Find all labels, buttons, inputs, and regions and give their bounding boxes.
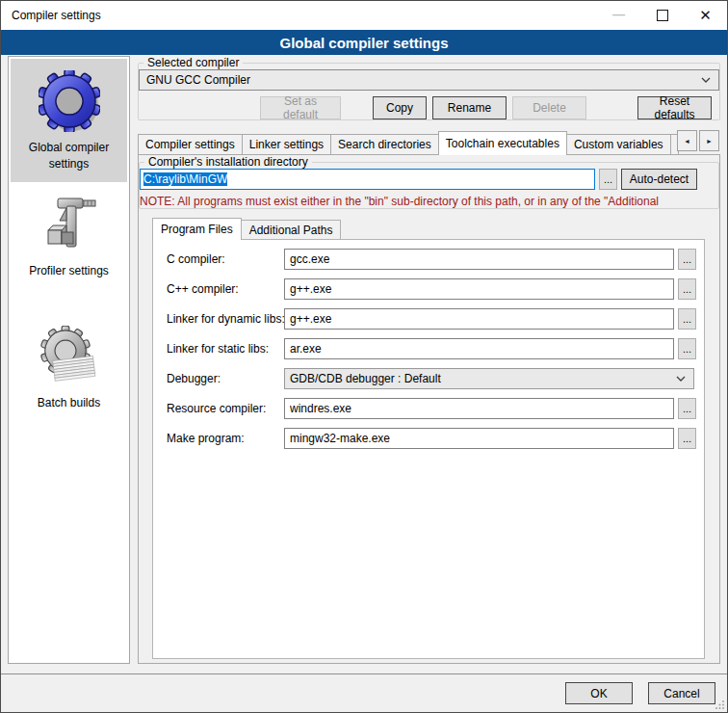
- c-compiler-browse-button[interactable]: ...: [678, 249, 696, 270]
- debugger-select[interactable]: GDB/CDB debugger : Default: [284, 368, 694, 389]
- field-row-dynamic-linker: Linker for dynamic libs: ...: [167, 308, 696, 330]
- arrow-left-icon: ◄: [684, 138, 690, 145]
- tab-scroll-left-button[interactable]: ◄: [677, 130, 697, 151]
- page-title: Global compiler settings: [1, 30, 727, 55]
- field-row-debugger: Debugger: GDB/CDB debugger : Default: [167, 368, 696, 389]
- rename-button[interactable]: Rename: [432, 96, 507, 119]
- sidebar-item-batch-builds[interactable]: Batch builds: [11, 314, 127, 421]
- dynamic-linker-input[interactable]: [284, 308, 674, 330]
- cpp-compiler-input[interactable]: [284, 278, 674, 300]
- copy-button[interactable]: Copy: [373, 96, 427, 119]
- minimize-icon: —: [612, 7, 625, 21]
- field-row-resource-compiler: Resource compiler: ...: [167, 398, 696, 419]
- field-row-c-compiler: C compiler: ...: [167, 249, 696, 270]
- sidebar-item-label: Batch builds: [13, 395, 125, 411]
- caption-buttons: — ✕: [597, 1, 727, 30]
- tab-custom-variables[interactable]: Custom variables: [566, 134, 671, 154]
- caliper-icon: [39, 194, 100, 255]
- installation-directory-row: C:\raylib\MinGW ... Auto-detect: [140, 169, 718, 190]
- chevron-down-icon: [701, 77, 711, 83]
- tab-scroll-buttons: ◄ ►: [677, 130, 719, 151]
- sidebar-item-label: Profiler settings: [13, 263, 125, 279]
- compiler-select[interactable]: GNU GCC Compiler: [139, 69, 719, 91]
- install-dir-browse-button[interactable]: ...: [599, 169, 617, 190]
- subtab-additional-paths[interactable]: Additional Paths: [241, 220, 342, 239]
- selected-compiler-group: Selected compiler GNU GCC Compiler Set a…: [138, 56, 720, 120]
- chevron-down-icon: [676, 376, 686, 382]
- static-linker-browse-button[interactable]: ...: [678, 338, 696, 359]
- resource-compiler-input[interactable]: [284, 398, 674, 419]
- field-label: Linker for static libs:: [167, 342, 284, 356]
- group-label: Selected compiler: [143, 56, 243, 69]
- cpp-compiler-browse-button[interactable]: ...: [678, 278, 696, 300]
- window-title: Compiler settings: [1, 9, 101, 22]
- compiler-settings-window: Compiler settings — ✕ Global compiler se…: [0, 0, 728, 713]
- field-row-static-linker: Linker for static libs: ...: [167, 338, 696, 359]
- field-label: C++ compiler:: [167, 282, 284, 296]
- minimize-button[interactable]: —: [597, 1, 640, 30]
- dialog-footer: OK Cancel: [1, 673, 727, 712]
- field-row-cpp-compiler: C++ compiler: ...: [167, 278, 696, 300]
- dynamic-linker-browse-button[interactable]: ...: [678, 308, 696, 330]
- gear-papers-icon: [39, 326, 100, 387]
- make-program-input[interactable]: [284, 428, 674, 449]
- field-label: Linker for dynamic libs:: [167, 312, 284, 326]
- main-area: Global compiler settings: [1, 55, 727, 673]
- maximize-button[interactable]: [640, 1, 684, 30]
- group-label: Compiler's installation directory: [144, 155, 312, 169]
- close-icon: ✕: [699, 7, 712, 24]
- install-dir-input[interactable]: C:\raylib\MinGW: [140, 169, 595, 190]
- debugger-select-value: GDB/CDB debugger : Default: [290, 372, 676, 385]
- c-compiler-input[interactable]: [284, 249, 674, 270]
- field-label: Make program:: [167, 432, 284, 445]
- auto-detect-button[interactable]: Auto-detect: [621, 169, 697, 190]
- arrow-right-icon: ►: [706, 138, 713, 145]
- sidebar: Global compiler settings: [8, 56, 130, 664]
- ok-button[interactable]: OK: [565, 682, 633, 704]
- resize-grip[interactable]: [715, 700, 725, 710]
- reset-defaults-button[interactable]: Reset defaults: [637, 96, 712, 119]
- set-as-default-button[interactable]: Set as default: [260, 96, 341, 119]
- blue-gear-icon: [39, 70, 100, 132]
- close-button[interactable]: ✕: [684, 1, 727, 30]
- static-linker-input[interactable]: [284, 338, 674, 359]
- maximize-icon: [657, 10, 668, 21]
- tab-linker-settings[interactable]: Linker settings: [242, 134, 331, 154]
- field-label: Resource compiler:: [167, 402, 284, 415]
- compiler-select-value: GNU GCC Compiler: [146, 73, 701, 87]
- bin-subdirectory-note: NOTE: All programs must exist either in …: [140, 195, 718, 208]
- field-label: Debugger:: [167, 372, 284, 385]
- tab-compiler-settings[interactable]: Compiler settings: [138, 134, 243, 154]
- subtab-program-files[interactable]: Program Files: [152, 218, 242, 240]
- compiler-buttons-row: Set as default Copy Rename Delete Reset …: [139, 96, 719, 119]
- sidebar-item-profiler-settings[interactable]: Profiler settings: [11, 182, 127, 289]
- program-files-panel: C compiler: ... C++ compiler: ... Linker…: [152, 239, 705, 659]
- delete-button[interactable]: Delete: [512, 96, 586, 119]
- toolchain-executables-page: Compiler's installation directory C:\ray…: [138, 154, 720, 664]
- tab-scroll-right-button[interactable]: ►: [699, 130, 719, 151]
- field-label: C compiler:: [167, 252, 284, 266]
- tab-toolchain-executables[interactable]: Toolchain executables: [438, 131, 567, 155]
- content-column: Selected compiler GNU GCC Compiler Set a…: [138, 56, 720, 664]
- titlebar: Compiler settings — ✕: [1, 1, 727, 30]
- tab-search-directories[interactable]: Search directories: [330, 134, 439, 154]
- field-row-make-program: Make program: ...: [167, 428, 696, 449]
- program-files-tabstrip: Program Files Additional Paths: [152, 217, 719, 239]
- cancel-button[interactable]: Cancel: [648, 682, 715, 704]
- sidebar-item-global-compiler-settings[interactable]: Global compiler settings: [11, 59, 127, 182]
- main-tabstrip: Compiler settings Linker settings Search…: [138, 130, 720, 154]
- install-dir-selected-text: C:\raylib\MinGW: [143, 172, 227, 186]
- sidebar-item-label: Global compiler settings: [13, 140, 125, 172]
- resource-compiler-browse-button[interactable]: ...: [678, 398, 696, 419]
- make-program-browse-button[interactable]: ...: [678, 428, 696, 449]
- installation-directory-group: Compiler's installation directory C:\ray…: [139, 155, 719, 209]
